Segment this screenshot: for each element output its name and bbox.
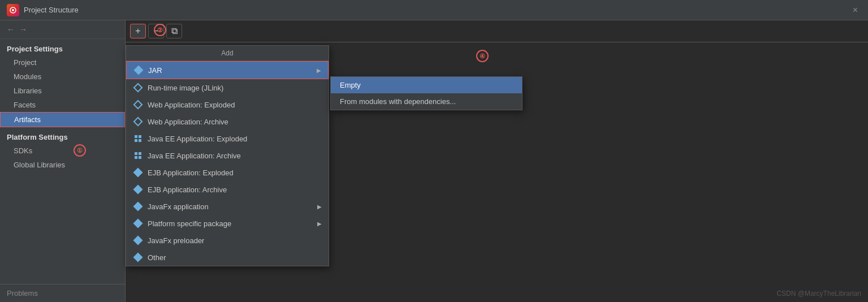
add-dropdown: Add JAR ▶ Empty From modules with depend… [126, 45, 329, 266]
jar-arrow: ▶ [317, 67, 321, 74]
platform-package-icon [133, 218, 143, 228]
web-exploded-label: Web Application: Exploded [148, 101, 235, 109]
menu-item-ejb-archive[interactable]: EJB Application: Archive [126, 181, 329, 198]
sidebar: ← → Project Settings Project Modules Lib… [0, 20, 126, 302]
sidebar-item-libraries[interactable]: Libraries [0, 84, 125, 98]
add-button[interactable]: + [130, 24, 146, 38]
sidebar-item-project[interactable]: Project [0, 55, 125, 70]
sidebar-item-artifacts[interactable]: Artifacts [0, 112, 125, 127]
menu-item-ejb-exploded[interactable]: EJB Application: Exploded [126, 164, 329, 181]
menu-item-web-archive[interactable]: Web Application: Archive [126, 113, 329, 130]
toolbar: + − ⧉ [126, 20, 868, 42]
menu-item-javafx-preloader[interactable]: JavaFx preloader [126, 232, 329, 249]
javafx-preloader-icon [133, 235, 143, 245]
javaee-exploded-label: Java EE Application: Exploded [148, 135, 247, 143]
platform-package-label: Platform specific package [148, 219, 231, 228]
other-label: Other [148, 253, 166, 262]
menu-item-javafx-app[interactable]: JavaFx application ▶ [126, 198, 329, 215]
submenu-item-from-modules[interactable]: From modules with dependencies... [331, 93, 522, 110]
ejb-archive-label: EJB Application: Archive [148, 185, 227, 194]
menu-item-web-exploded[interactable]: Web Application: Exploded [126, 96, 329, 113]
web-exploded-icon [133, 100, 143, 110]
svg-point-1 [12, 9, 14, 11]
javaee-archive-label: Java EE Application: Archive [148, 152, 241, 160]
runtime-label: Run-time image (JLink) [148, 84, 223, 92]
menu-item-jar[interactable]: JAR ▶ Empty From modules with dependenci… [126, 61, 329, 79]
sidebar-problems[interactable]: Problems [0, 284, 125, 302]
project-settings-title: Project Settings [0, 39, 125, 55]
jar-submenu: Empty From modules with dependencies... [330, 76, 522, 110]
forward-arrow[interactable]: → [19, 25, 27, 34]
platform-settings-title: Platform Settings [0, 127, 125, 144]
add-menu-header: Add [126, 46, 329, 61]
sidebar-item-facets[interactable]: Facets [0, 98, 125, 112]
platform-package-arrow: ▶ [317, 221, 322, 227]
nav-arrows: ← → [0, 20, 125, 39]
menu-item-platform-package[interactable]: Platform specific package ▶ [126, 215, 329, 232]
ejb-exploded-icon [133, 167, 143, 178]
sidebar-item-global-libraries[interactable]: Global Libraries [0, 158, 125, 172]
web-archive-label: Web Application: Archive [148, 118, 228, 126]
copy-button[interactable]: ⧉ [166, 24, 182, 38]
main-container: ← → Project Settings Project Modules Lib… [0, 20, 868, 302]
javafx-app-arrow: ▶ [317, 204, 322, 210]
back-arrow[interactable]: ← [7, 25, 15, 34]
sidebar-item-sdks[interactable]: SDKs [0, 144, 125, 158]
app-icon [7, 4, 19, 16]
ejb-archive-icon [133, 184, 143, 195]
add-menu: Add JAR ▶ Empty From modules with depend… [126, 45, 329, 266]
title-bar-left: Project Structure [7, 4, 79, 16]
jar-icon [133, 65, 144, 75]
sidebar-item-modules[interactable]: Modules [0, 70, 125, 84]
javafx-app-label: JavaFx application [148, 202, 209, 211]
other-icon [133, 252, 143, 262]
window-title: Project Structure [24, 6, 79, 14]
annotation-1: ① [74, 144, 86, 157]
ejb-exploded-label: EJB Application: Exploded [148, 169, 234, 177]
web-archive-icon [133, 117, 143, 127]
close-button[interactable]: × [849, 4, 861, 16]
annotation-2: ② [154, 24, 166, 36]
javaee-exploded-icon [133, 133, 143, 144]
javaee-archive-icon [133, 150, 143, 161]
content-area: + − ⧉ ② Add JAR ▶ Empty From modules w [126, 20, 868, 302]
menu-item-other[interactable]: Other [126, 249, 329, 266]
menu-item-javaee-exploded[interactable]: Java EE Application: Exploded [126, 130, 329, 147]
annotation-4: ④ [476, 50, 489, 62]
javafx-preloader-label: JavaFx preloader [148, 236, 204, 245]
submenu-item-empty[interactable]: Empty [331, 77, 522, 93]
watermark: CSDN @MarcyTheLibrarian [776, 290, 861, 297]
jar-label: JAR [148, 66, 162, 75]
menu-item-javaee-archive[interactable]: Java EE Application: Archive [126, 147, 329, 164]
runtime-icon [133, 83, 143, 93]
menu-item-runtime-image[interactable]: Run-time image (JLink) [126, 79, 329, 96]
title-bar: Project Structure × [0, 0, 868, 20]
javafx-app-icon [133, 201, 143, 212]
